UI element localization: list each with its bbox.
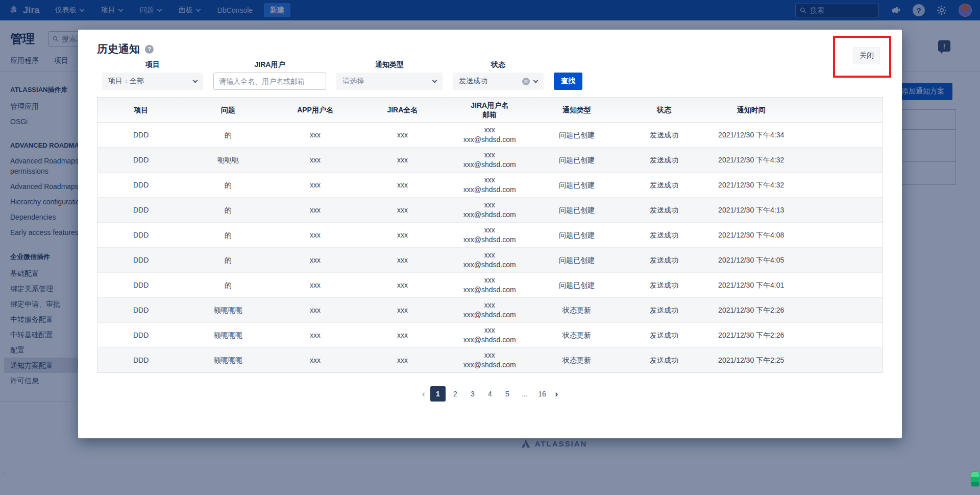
cell-project: DDD: [97, 223, 185, 248]
table-header-cell: 项目: [97, 98, 185, 123]
cell-jira-fullname: xxx: [359, 123, 446, 148]
cell-app-user: xxx: [272, 248, 359, 273]
cell-jira-fullname: xxx: [359, 248, 446, 273]
table-row: DDD的xxxxxxxxxxxx@shdsd.com问题已创建发送成功2021/…: [97, 248, 883, 273]
cell-issue: 额呃呃呃: [184, 348, 272, 373]
chevron-down-icon: [533, 78, 538, 83]
cell-status: 发送成功: [620, 123, 707, 148]
cell-issue: 的: [184, 248, 272, 273]
notify-type-select[interactable]: 请选择: [336, 73, 443, 90]
cell-filler: [795, 273, 883, 298]
cell-status: 发送成功: [620, 198, 707, 223]
cell-app-user: xxx: [272, 173, 359, 198]
cell-notify-type: 状态更新: [533, 298, 621, 323]
jira-user-input-wrap: [213, 73, 326, 90]
cell-app-user: xxx: [272, 223, 359, 248]
cell-notify-type: 问题已创建: [533, 223, 621, 248]
cell-notify-type: 问题已创建: [533, 198, 621, 223]
clear-icon[interactable]: ✕: [522, 78, 530, 85]
browser-extension-badge[interactable]: [971, 472, 979, 486]
cell-issue: 额呃呃呃: [184, 323, 272, 348]
find-button[interactable]: 查找: [554, 73, 582, 90]
cell-filler: [795, 323, 883, 348]
cell-jira-fullname: xxx: [359, 298, 446, 323]
cell-status: 发送成功: [620, 348, 707, 373]
pagination-prev-icon[interactable]: ‹: [419, 387, 428, 401]
cell-time: 2021/12/30 下午2:25: [707, 348, 795, 373]
pagination-next-icon[interactable]: ›: [552, 387, 561, 401]
cell-jira-user-email: xxxxxx@shdsd.com: [446, 273, 533, 298]
cell-filler: [795, 298, 883, 323]
table-header-cell: 通知时间: [707, 98, 795, 123]
cell-time: 2021/12/30 下午2:26: [707, 298, 795, 323]
pagination-page[interactable]: 2: [448, 386, 463, 402]
cell-time: 2021/12/30 下午4:32: [707, 173, 795, 198]
cell-notify-type: 状态更新: [533, 348, 621, 373]
cell-project: DDD: [97, 173, 185, 198]
cell-time: 2021/12/30 下午4:32: [707, 148, 795, 173]
table-header-row: 项目问题APP用户名JIRA全名JIRA用户名 邮箱通知类型状态通知时间: [97, 98, 883, 123]
status-filter-label: 状态: [453, 60, 544, 69]
cell-issue: 的: [184, 198, 272, 223]
project-select-value: 项目：全部: [108, 77, 144, 86]
cell-filler: [795, 248, 883, 273]
cell-status: 发送成功: [620, 273, 707, 298]
table-row: DDD的xxxxxxxxxxxx@shdsd.com问题已创建发送成功2021/…: [97, 223, 883, 248]
status-select[interactable]: 发送成功 ✕: [453, 73, 544, 90]
pagination-page[interactable]: 1: [430, 386, 446, 402]
table-row: DDD的xxxxxxxxxxxx@shdsd.com问题已创建发送成功2021/…: [97, 173, 883, 198]
close-button[interactable]: 关闭: [853, 47, 880, 64]
table-header-cell: JIRA全名: [359, 98, 446, 123]
cell-filler: [795, 348, 883, 373]
cell-filler: [795, 123, 883, 148]
cell-jira-user-email: xxxxxx@shdsd.com: [446, 348, 533, 373]
cell-notify-type: 问题已创建: [533, 173, 621, 198]
cell-filler: [795, 173, 883, 198]
pagination-page[interactable]: 3: [465, 386, 480, 402]
cell-time: 2021/12/30 下午4:34: [707, 123, 795, 148]
cell-app-user: xxx: [272, 148, 359, 173]
cell-time: 2021/12/30 下午4:01: [707, 273, 795, 298]
cell-time: 2021/12/30 下午2:26: [707, 323, 795, 348]
cell-project: DDD: [97, 248, 185, 273]
cell-issue: 的: [184, 273, 272, 298]
cell-project: DDD: [97, 348, 185, 373]
cell-project: DDD: [97, 148, 185, 173]
cell-app-user: xxx: [272, 323, 359, 348]
cell-jira-fullname: xxx: [359, 173, 446, 198]
cell-status: 发送成功: [620, 323, 707, 348]
pagination-page[interactable]: 5: [500, 386, 515, 402]
project-select[interactable]: 项目：全部: [102, 73, 203, 90]
cell-status: 发送成功: [620, 148, 707, 173]
cell-project: DDD: [97, 198, 185, 223]
notifications-table: 项目问题APP用户名JIRA全名JIRA用户名 邮箱通知类型状态通知时间 DDD…: [97, 97, 883, 373]
modal-help-icon[interactable]: ?: [145, 45, 154, 54]
cell-time: 2021/12/30 下午4:05: [707, 248, 795, 273]
pagination-page[interactable]: 16: [534, 386, 550, 402]
table-row: DDD呃呃呃xxxxxxxxxxxx@shdsd.com问题已创建发送成功202…: [97, 148, 883, 173]
cell-jira-fullname: xxx: [359, 148, 446, 173]
table-row: DDD额呃呃呃xxxxxxxxxxxx@shdsd.com状态更新发送成功202…: [97, 298, 883, 323]
project-filter-label: 项目: [102, 60, 203, 69]
table-header-cell: 问题: [184, 98, 272, 123]
page: Jira 仪表板项目问题面板DbConsole 新建 ?: [0, 0, 980, 495]
filters-row: 项目 项目：全部 JIRA用户 通知类型 请选择 状态: [78, 56, 902, 90]
pagination-page[interactable]: 4: [482, 386, 498, 402]
cell-issue: 的: [184, 223, 272, 248]
cell-notify-type: 问题已创建: [533, 273, 621, 298]
cell-issue: 额呃呃呃: [184, 298, 272, 323]
chevron-down-icon: [432, 78, 437, 83]
cell-app-user: xxx: [272, 298, 359, 323]
cell-issue: 的: [184, 173, 272, 198]
cell-filler: [795, 198, 883, 223]
table-header-filler: [795, 98, 883, 123]
cell-jira-user-email: xxxxxx@shdsd.com: [446, 148, 533, 173]
modal-title: 历史通知: [97, 42, 140, 56]
table-row: DDD的xxxxxxxxxxxx@shdsd.com问题已创建发送成功2021/…: [97, 123, 883, 148]
cell-jira-user-email: xxxxxx@shdsd.com: [446, 323, 533, 348]
cell-notify-type: 状态更新: [533, 323, 621, 348]
cell-jira-user-email: xxxxxx@shdsd.com: [446, 298, 533, 323]
table-row: DDD额呃呃呃xxxxxxxxxxxx@shdsd.com状态更新发送成功202…: [97, 348, 883, 373]
jira-user-input[interactable]: [219, 77, 321, 85]
table-header-cell: JIRA用户名 邮箱: [446, 98, 533, 123]
